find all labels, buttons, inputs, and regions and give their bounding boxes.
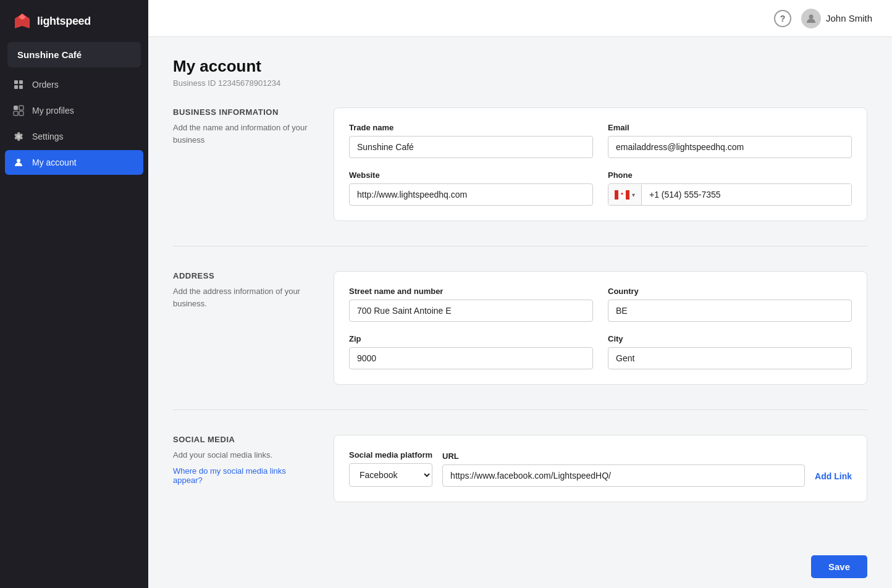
business-id: Business ID 12345678901234 [173, 78, 867, 88]
zip-group: Zip [349, 334, 593, 369]
svg-rect-14 [626, 190, 629, 200]
profiles-icon [12, 104, 25, 117]
svg-rect-2 [14, 80, 18, 84]
social-media-card: Social media platform Facebook Instagram… [334, 435, 867, 502]
svg-rect-13 [615, 190, 618, 200]
social-media-label: SOCIAL MEDIA Add your social media links… [173, 435, 309, 502]
trade-name-input[interactable] [349, 136, 593, 158]
main-area: ? John Smith My account Business ID 1234… [148, 0, 892, 588]
platform-group: Social media platform Facebook Instagram… [349, 450, 432, 487]
url-group: URL [442, 452, 805, 487]
svg-rect-6 [14, 106, 18, 110]
address-desc: Add the address information of your busi… [173, 285, 309, 309]
sidebar-business-name[interactable]: Sunshine Café [7, 42, 141, 67]
zip-city-row: Zip City [349, 334, 852, 369]
svg-rect-5 [19, 85, 23, 89]
content-area: My account Business ID 12345678901234 BU… [148, 37, 892, 545]
website-group: Website [349, 170, 593, 206]
street-group: Street name and number [349, 287, 593, 322]
logo-text: lightspeed [37, 15, 91, 28]
country-label: Country [608, 287, 852, 296]
sidebar-item-profiles[interactable]: My profiles [5, 98, 143, 123]
platform-label: Social media platform [349, 450, 432, 460]
save-button[interactable]: Save [811, 555, 867, 578]
footer: Save [148, 545, 892, 588]
user-menu[interactable]: John Smith [801, 9, 872, 28]
account-icon [12, 156, 25, 169]
orders-label: Orders [32, 80, 59, 90]
logo[interactable]: lightspeed [0, 0, 148, 42]
settings-label: Settings [32, 132, 64, 141]
social-media-desc: Add your social media links. [173, 449, 309, 461]
svg-rect-8 [14, 111, 18, 116]
trade-email-row: Trade name Email [349, 123, 852, 158]
city-label: City [608, 334, 852, 343]
svg-rect-7 [19, 106, 23, 110]
flag-chevron-icon: ▾ [632, 191, 635, 198]
social-media-section: SOCIAL MEDIA Add your social media links… [173, 435, 867, 527]
zip-label: Zip [349, 334, 593, 343]
avatar [801, 9, 821, 28]
page-title: My account [173, 57, 867, 76]
orders-icon [12, 78, 25, 91]
sidebar-item-account[interactable]: My account [5, 150, 143, 175]
sidebar-item-orders[interactable]: Orders [5, 72, 143, 97]
address-label: ADDRESS Add the address information of y… [173, 271, 309, 385]
email-input[interactable] [608, 136, 852, 158]
business-info-card: Trade name Email Website Phone [334, 107, 867, 221]
svg-point-10 [17, 159, 20, 162]
social-form-row: Social media platform Facebook Instagram… [349, 450, 852, 487]
website-label: Website [349, 170, 593, 180]
social-media-title: SOCIAL MEDIA [173, 435, 309, 444]
phone-field: ▾ [608, 183, 852, 206]
email-label: Email [608, 123, 852, 132]
street-country-row: Street name and number Country [349, 287, 852, 322]
business-info-title: BUSINESS INFORMATION [173, 107, 309, 117]
help-icon: ? [780, 14, 786, 23]
settings-icon [12, 130, 25, 143]
business-info-label: BUSINESS INFORMATION Add the name and in… [173, 107, 309, 221]
url-input[interactable] [442, 464, 805, 487]
phone-country-selector[interactable]: ▾ [608, 185, 642, 205]
zip-input[interactable] [349, 347, 593, 369]
svg-rect-4 [14, 85, 18, 89]
website-phone-row: Website Phone [349, 170, 852, 206]
city-input[interactable] [608, 347, 852, 369]
sidebar-nav: Orders My profiles Settings [0, 72, 148, 175]
svg-rect-3 [19, 80, 23, 84]
sidebar-item-settings[interactable]: Settings [5, 124, 143, 149]
business-info-section: BUSINESS INFORMATION Add the name and in… [173, 107, 867, 246]
phone-label: Phone [608, 170, 852, 180]
profiles-label: My profiles [32, 106, 74, 116]
canada-flag-icon [615, 190, 629, 200]
address-title: ADDRESS [173, 271, 309, 280]
add-link-button[interactable]: Add Link [815, 466, 852, 487]
address-section: ADDRESS Add the address information of y… [173, 271, 867, 410]
trade-name-label: Trade name [349, 123, 593, 132]
sidebar: lightspeed Sunshine Café Orders [0, 0, 148, 588]
website-input[interactable] [349, 183, 593, 206]
business-info-desc: Add the name and information of your bus… [173, 122, 309, 146]
address-card: Street name and number Country Zip City [334, 271, 867, 385]
country-input[interactable] [608, 300, 852, 322]
street-label: Street name and number [349, 287, 593, 296]
social-media-link[interactable]: Where do my social media links appear? [173, 466, 309, 485]
svg-point-11 [809, 14, 813, 19]
trade-name-group: Trade name [349, 123, 593, 158]
country-group: Country [608, 287, 852, 322]
account-label: My account [32, 158, 77, 167]
platform-select[interactable]: Facebook Instagram Twitter LinkedIn YouT… [349, 463, 432, 487]
phone-input[interactable] [642, 184, 851, 205]
url-label: URL [442, 452, 805, 461]
help-button[interactable]: ? [774, 10, 791, 27]
street-input[interactable] [349, 300, 593, 322]
email-group: Email [608, 123, 852, 158]
phone-group: Phone ▾ [608, 170, 852, 206]
city-group: City [608, 334, 852, 369]
svg-rect-9 [19, 111, 23, 116]
username: John Smith [826, 13, 872, 23]
header: ? John Smith [148, 0, 892, 37]
